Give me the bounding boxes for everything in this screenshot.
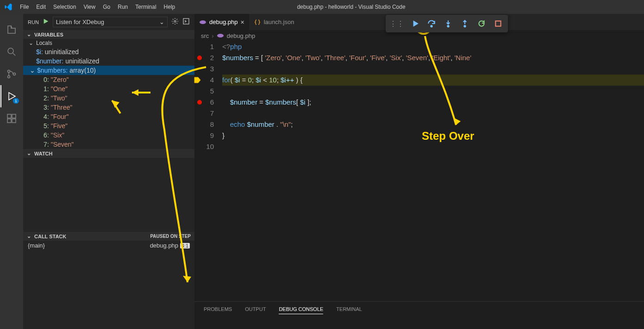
- run-toolbar: RUN Listen for XDebug ⌄: [23, 14, 194, 30]
- continue-button[interactable]: [407, 17, 423, 31]
- variable-row[interactable]: 6: "Six": [23, 130, 194, 140]
- debug-toolbar[interactable]: ⋮⋮: [386, 15, 508, 32]
- line-number: 9: [194, 130, 214, 141]
- breadcrumb-item[interactable]: debug.php: [227, 32, 255, 39]
- frame-file: debug.php: [150, 242, 178, 249]
- breakpoint-icon[interactable]: [197, 56, 202, 60]
- variables-title: VARIABLES: [34, 32, 63, 37]
- run-debug-icon[interactable]: 1: [0, 85, 23, 107]
- tab-debug-php[interactable]: debug.php ×: [194, 14, 249, 30]
- svg-rect-7: [12, 114, 16, 118]
- search-icon[interactable]: [0, 41, 23, 63]
- source-control-icon[interactable]: [0, 63, 23, 85]
- code-content[interactable]: <?php $numbers = [ 'Zero', 'One', 'Two',…: [222, 41, 644, 301]
- callstack-section-header[interactable]: ⌄CALL STACK PAUSED ON STEP: [23, 232, 194, 241]
- variable-row-selected[interactable]: ⌄$numbers: array(10): [23, 66, 194, 75]
- line-number: 7: [194, 108, 214, 119]
- svg-rect-15: [495, 21, 500, 26]
- menu-edit[interactable]: Edit: [32, 0, 50, 14]
- breakpoint-icon[interactable]: [197, 100, 202, 105]
- chevron-down-icon: ⌄: [27, 233, 32, 239]
- step-out-button[interactable]: [457, 17, 473, 31]
- variables-section-header[interactable]: ⌄VARIABLES: [23, 30, 194, 39]
- vscode-logo-icon: [0, 3, 16, 11]
- menu-bar: File Edit Selection View Go Run Terminal…: [16, 0, 179, 14]
- line-number: 6: [194, 97, 214, 108]
- tab-launch-json[interactable]: launch.json: [249, 14, 299, 30]
- watch-title: WATCH: [34, 151, 53, 156]
- svg-point-11: [217, 34, 224, 37]
- line-number: 3: [194, 63, 214, 74]
- chevron-down-icon: ⌄: [27, 31, 32, 37]
- line-number: 1: [194, 41, 214, 52]
- tab-label: debug.php: [209, 19, 238, 25]
- gear-icon[interactable]: [171, 18, 179, 26]
- svg-rect-5: [7, 119, 11, 123]
- tab-terminal[interactable]: TERMINAL: [336, 306, 362, 314]
- callstack-title: CALL STACK: [34, 234, 66, 239]
- activity-bar: 1: [0, 14, 23, 329]
- chevron-down-icon: ⌄: [29, 40, 34, 46]
- chevron-down-icon: ⌄: [159, 19, 164, 25]
- tab-label: launch.json: [264, 19, 294, 25]
- start-debug-icon[interactable]: [43, 18, 49, 26]
- line-number: 8: [194, 119, 214, 130]
- code-area[interactable]: 1 2 3 4 5 6 7 8 9 10 <?php $numbers = [ …: [194, 41, 644, 301]
- variable-row[interactable]: 3: "Three": [23, 103, 194, 112]
- paused-status: PAUSED ON STEP: [150, 234, 191, 239]
- title-bar: File Edit Selection View Go Run Terminal…: [0, 0, 644, 14]
- restart-button[interactable]: [474, 17, 489, 31]
- locals-header[interactable]: ⌄Locals: [23, 39, 194, 47]
- variable-row[interactable]: 1: "One": [23, 84, 194, 93]
- variable-row[interactable]: 5: "Five": [23, 121, 194, 130]
- step-into-button[interactable]: [440, 17, 456, 31]
- stop-button[interactable]: [490, 17, 506, 31]
- tab-output[interactable]: OUTPUT: [245, 306, 266, 314]
- svg-point-0: [8, 48, 13, 54]
- watch-panel: [23, 158, 194, 232]
- callstack-frame[interactable]: {main} debug.php 4:1: [23, 241, 194, 250]
- debug-config-dropdown[interactable]: Listen for XDebug ⌄: [53, 17, 168, 27]
- menu-selection[interactable]: Selection: [50, 0, 80, 14]
- variable-row[interactable]: $i: uninitialized: [23, 47, 194, 56]
- breadcrumb-item[interactable]: src: [201, 32, 209, 39]
- tab-problems[interactable]: PROBLEMS: [204, 306, 232, 314]
- line-number: 4: [194, 74, 214, 86]
- watch-section-header[interactable]: ⌄WATCH: [23, 149, 194, 158]
- menu-terminal[interactable]: Terminal: [131, 0, 160, 14]
- chevron-down-icon: ⌄: [27, 150, 32, 156]
- variable-row[interactable]: 4: "Four": [23, 112, 194, 121]
- svg-point-14: [464, 25, 465, 27]
- run-label: RUN: [28, 19, 39, 25]
- tab-debug-console[interactable]: DEBUG CONSOLE: [279, 306, 323, 314]
- step-over-button[interactable]: [424, 17, 439, 31]
- variable-row[interactable]: $number: uninitialized: [23, 56, 194, 66]
- current-line-icon: [194, 76, 201, 84]
- menu-help[interactable]: Help: [160, 0, 179, 14]
- svg-point-3: [13, 73, 16, 75]
- chevron-down-icon: ⌄: [30, 67, 35, 74]
- debug-config-label: Listen for XDebug: [56, 19, 104, 25]
- locals-label: Locals: [36, 40, 52, 46]
- line-number: 10: [194, 141, 214, 152]
- editor-area: debug.php × launch.json src › debug.php …: [194, 14, 644, 329]
- svg-point-12: [431, 25, 432, 27]
- menu-run[interactable]: Run: [114, 0, 131, 14]
- svg-point-8: [174, 20, 176, 22]
- menu-file[interactable]: File: [16, 0, 32, 14]
- variable-row[interactable]: 7: "Seven": [23, 140, 194, 149]
- debug-console-icon[interactable]: [182, 18, 190, 26]
- grip-icon[interactable]: ⋮⋮: [388, 17, 406, 31]
- menu-go[interactable]: Go: [99, 0, 114, 14]
- php-icon: [217, 32, 224, 39]
- close-icon[interactable]: ×: [240, 19, 244, 26]
- variable-row[interactable]: 0: "Zero": [23, 75, 194, 84]
- explorer-icon[interactable]: [0, 19, 23, 41]
- line-number: 5: [194, 86, 214, 97]
- menu-view[interactable]: View: [80, 0, 99, 14]
- extensions-icon[interactable]: [0, 107, 23, 130]
- svg-rect-6: [12, 119, 16, 123]
- variables-list: $i: uninitialized $number: uninitialized…: [23, 47, 194, 149]
- gutter: 1 2 3 4 5 6 7 8 9 10: [194, 41, 222, 301]
- variable-row[interactable]: 2: "Two": [23, 93, 194, 103]
